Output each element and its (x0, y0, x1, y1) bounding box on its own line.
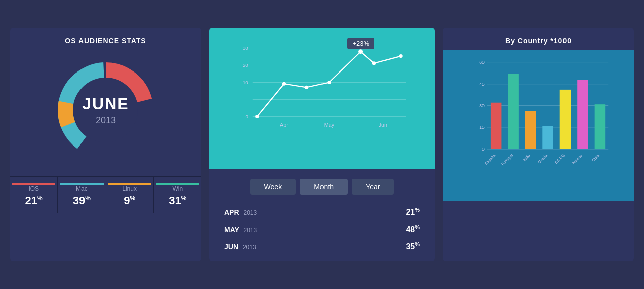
os-stat-linux: Linux 9% (106, 177, 154, 213)
svg-point-19 (305, 85, 308, 89)
svg-rect-40 (595, 104, 606, 149)
svg-rect-37 (542, 126, 553, 149)
svg-rect-39 (577, 80, 588, 149)
svg-rect-36 (525, 111, 536, 149)
os-stat-value: 21% (12, 194, 55, 207)
month-row-value: 21% (406, 207, 420, 217)
svg-rect-38 (560, 89, 571, 149)
svg-text:México: México (571, 153, 583, 165)
donut-chart (50, 55, 161, 166)
svg-point-23 (399, 54, 403, 58)
month-row-value: 35% (406, 241, 420, 251)
os-stat-value: 9% (108, 194, 151, 207)
os-stats-bar: iOS 21% Mac 39% Linux 9% Win 31% (10, 176, 201, 213)
dashboard: OS AUDIENCE STATS JUNE 2013 i (10, 28, 634, 262)
tab-month[interactable]: Month (300, 179, 348, 195)
os-stat-label: Mac (60, 185, 103, 192)
svg-text:EE.UU: EE.UU (554, 153, 566, 164)
os-stat-value: 39% (60, 194, 103, 207)
svg-text:45: 45 (479, 82, 485, 87)
line-chart-card: +23% 30 20 10 0 Apr May Jun (209, 28, 435, 262)
svg-text:0: 0 (482, 147, 485, 152)
svg-rect-35 (508, 74, 519, 149)
month-rows: APR 2013 21% MAY 2013 48% JUN 2013 35% (224, 207, 420, 252)
tab-buttons: WeekMonthYear (224, 179, 420, 195)
line-chart-bottom: WeekMonthYear APR 2013 21% MAY 2013 48% … (209, 169, 435, 262)
svg-text:Chile: Chile (591, 153, 601, 162)
svg-text:España: España (484, 153, 497, 165)
line-chart-svg: 30 20 10 0 Apr May Jun (234, 38, 415, 149)
svg-point-21 (358, 49, 363, 54)
svg-text:Apr: Apr (280, 122, 288, 128)
svg-text:60: 60 (479, 60, 485, 65)
donut-chart-wrap: JUNE 2013 (10, 50, 201, 176)
os-stat-win: Win 31% (154, 177, 201, 213)
os-stat-label: Linux (108, 185, 151, 192)
country-card-title: By Country *1000 (443, 28, 634, 50)
month-row-jun: JUN 2013 35% (224, 241, 420, 251)
bar-chart-area: 0 15 30 45 60 España Portugal Italia Gre… (443, 50, 634, 201)
svg-text:30: 30 (243, 45, 248, 51)
svg-text:Italia: Italia (522, 153, 531, 162)
svg-point-4 (73, 78, 138, 142)
os-stat-value: 31% (156, 194, 199, 207)
month-row-may: MAY 2013 48% (224, 224, 420, 234)
month-row-label: APR 2013 (224, 208, 270, 216)
svg-text:May: May (324, 122, 335, 128)
svg-rect-34 (491, 102, 502, 149)
svg-text:10: 10 (243, 80, 248, 85)
svg-text:20: 20 (243, 62, 248, 68)
svg-text:Portugal: Portugal (500, 153, 514, 166)
svg-text:Jun: Jun (379, 122, 387, 128)
bar-chart-svg: 0 15 30 45 60 España Portugal Italia Gre… (463, 58, 624, 171)
svg-point-18 (282, 82, 286, 85)
month-row-apr: APR 2013 21% (224, 207, 420, 217)
os-stat-label: iOS (12, 185, 55, 192)
tab-year[interactable]: Year (352, 179, 394, 195)
os-stat-label: Win (156, 185, 199, 192)
os-stat-ios: iOS 21% (10, 177, 58, 213)
month-row-value: 48% (406, 224, 420, 234)
svg-text:0: 0 (245, 114, 248, 119)
os-stat-mac: Mac 39% (58, 177, 106, 213)
svg-point-22 (372, 61, 376, 65)
svg-point-20 (327, 80, 331, 84)
country-card: By Country *1000 0 15 30 45 60 (443, 28, 634, 262)
svg-text:30: 30 (479, 103, 485, 108)
svg-point-17 (255, 114, 259, 118)
tab-week[interactable]: Week (250, 179, 296, 195)
os-audience-card: OS AUDIENCE STATS JUNE 2013 i (10, 28, 201, 262)
svg-text:15: 15 (479, 125, 485, 130)
line-chart-area: +23% 30 20 10 0 Apr May Jun (209, 28, 435, 169)
svg-text:Grecia: Grecia (537, 153, 549, 164)
month-row-label: MAY 2013 (224, 226, 270, 234)
os-card-title: OS AUDIENCE STATS (10, 28, 201, 50)
line-chart-tooltip: +23% (347, 38, 374, 49)
month-row-label: JUN 2013 (224, 243, 270, 251)
